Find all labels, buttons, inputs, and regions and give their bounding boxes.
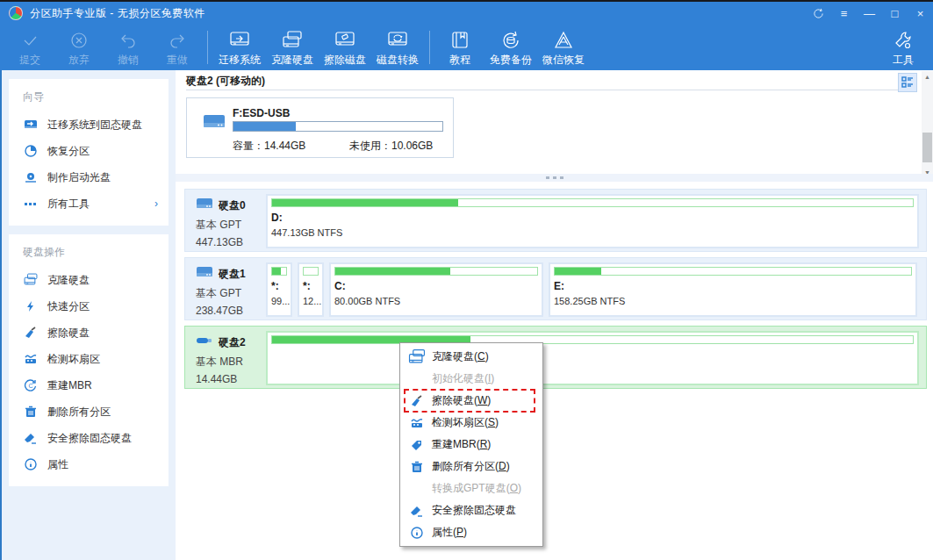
toolbar: 提交放弃撤销重做迁移系统克隆硬盘擦除磁盘磁盘转换教程免费备份微信恢复工具	[0, 25, 933, 70]
sidebar-item-label: 恢复分区	[47, 144, 90, 159]
recover-partition-icon	[23, 144, 39, 158]
toolbar-button-backup[interactable]: 免费备份	[484, 27, 537, 68]
usb-disk-card[interactable]: F:ESD-USB 容量：14.44GB 未使用：10.06GB	[186, 97, 454, 158]
sidebar-item-clone-disk[interactable]: 克隆硬盘	[9, 267, 169, 293]
main-area: 硬盘2 (可移动的) F:ESD-USB 容量：14.44GB 未使用：10.0…	[176, 70, 933, 560]
toolbar-button-label: 微信恢复	[542, 54, 585, 66]
sidebar-item-recover-partition[interactable]: 恢复分区	[9, 138, 169, 164]
partition-usage-bar	[554, 267, 912, 276]
rebuild-mbr-icon: C	[23, 378, 39, 392]
clone-disk-icon	[407, 350, 427, 364]
sidebar-item-rebuild-mbr[interactable]: C重建MBR	[9, 372, 169, 398]
context-menu-item-label: 安全擦除固态硬盘	[432, 503, 516, 518]
usb-stick-icon	[196, 334, 213, 351]
sidebar-section: 硬盘操作克隆硬盘快速分区擦除硬盘检测坏扇区C重建MBR删除所有分区安全擦除固态硬…	[9, 234, 169, 486]
toolbar-separator	[429, 31, 430, 64]
partition-usage-bar	[271, 198, 914, 207]
view-toggle-button[interactable]	[898, 73, 917, 92]
sidebar-item-secure-erase[interactable]: 安全擦除固态硬盘	[9, 425, 169, 451]
maximize-icon[interactable]: □	[882, 2, 908, 25]
toolbar-button-label: 克隆硬盘	[271, 54, 313, 66]
context-menu-item-label: 属性(P)	[432, 525, 467, 540]
sidebar-item-quick-partition[interactable]: 快速分区	[9, 293, 169, 319]
disk-size: 14.44GB	[196, 373, 266, 385]
sidebar-item-properties[interactable]: 属性	[9, 451, 169, 477]
sidebar-item-bad-sector[interactable]: 检测坏扇区	[9, 346, 169, 372]
sidebar-section: 向导迁移系统到固态硬盘恢复分区制作启动光盘所有工具›	[9, 79, 169, 226]
minimize-icon[interactable]: —	[857, 2, 882, 25]
toolbar-button-wechat-recovery[interactable]: 微信恢复	[537, 27, 590, 68]
sidebar-item-migrate-ssd[interactable]: 迁移系统到固态硬盘	[9, 111, 169, 138]
partition-label: C:	[334, 280, 538, 292]
context-menu-item-properties[interactable]: 属性(P)	[400, 521, 542, 543]
close-icon[interactable]: ×	[908, 2, 933, 25]
context-menu-item-secure-erase[interactable]: 安全擦除固态硬盘	[400, 499, 542, 521]
disk-type: 基本 MBR	[196, 355, 266, 370]
context-menu-item-item6: 转换成GPT硬盘(O)	[400, 477, 542, 499]
context-menu-item-bad-sector[interactable]: 检测坏扇区(S)	[400, 412, 542, 434]
partition-label: D:	[271, 212, 914, 224]
sidebar: 向导迁移系统到固态硬盘恢复分区制作启动光盘所有工具›硬盘操作克隆硬盘快速分区擦除…	[0, 70, 176, 560]
panel-splitter[interactable]	[176, 174, 933, 182]
scroll-up-icon[interactable]: ▲	[922, 71, 933, 82]
sidebar-item-label: 快速分区	[47, 299, 90, 314]
properties-icon	[407, 526, 427, 540]
disk-info: 硬盘2基本 MBR14.44GB	[185, 327, 266, 388]
context-menu-item-label: 重建MBR(R)	[432, 437, 491, 452]
partition-block[interactable]: C:80.00GB NTFS	[329, 262, 543, 317]
sidebar-item-wipe-brush[interactable]: 擦除硬盘	[9, 319, 169, 346]
sidebar-item-label: 擦除硬盘	[47, 326, 90, 341]
all-tools-icon	[23, 197, 39, 211]
titlebar: 分区助手专业版 - 无损分区免费软件 ≡—□×	[0, 2, 933, 25]
toolbar-button-label: 重做	[167, 54, 188, 66]
wechat-recovery-icon	[552, 29, 575, 52]
toolbar-button-tutorial[interactable]: 教程	[435, 27, 484, 68]
bad-sector-icon	[23, 352, 39, 366]
toolbar-button-convert-disk[interactable]: 磁盘转换	[371, 27, 424, 68]
toolbar-button-discard: 放弃	[54, 27, 104, 68]
context-menu-item-delete-partitions[interactable]: 删除所有分区(D)	[400, 456, 542, 477]
menu-icon[interactable]: ≡	[831, 2, 857, 25]
partition-block[interactable]	[266, 331, 919, 385]
chevron-right-icon: ›	[154, 197, 158, 210]
toolbar-button-undo: 撤销	[104, 27, 153, 68]
convert-disk-icon	[386, 29, 409, 52]
partition-label: *:	[271, 280, 287, 292]
partition-block[interactable]: D:447.13GB NTFS	[266, 194, 919, 248]
toolbar-button-migrate-system[interactable]: 迁移系统	[213, 27, 266, 68]
toolbar-button-wipe-disk[interactable]: 擦除磁盘	[319, 27, 371, 68]
disk-row-2[interactable]: 硬盘2基本 MBR14.44GB	[184, 326, 927, 389]
partition-block[interactable]: E:158.25GB NTFS	[549, 262, 917, 317]
sidebar-item-label: 迁移系统到固态硬盘	[47, 118, 142, 133]
quick-partition-icon	[23, 299, 39, 313]
sidebar-item-delete-partitions[interactable]: 删除所有分区	[9, 398, 169, 425]
sidebar-section-title: 向导	[9, 84, 169, 111]
context-menu-item-wipe-brush[interactable]: 擦除硬盘(W)	[400, 390, 542, 412]
disk-row-1[interactable]: 硬盘1基本 GPT238.47GB*:99...*:12...C:80.00GB…	[184, 257, 927, 320]
partition-strip: D:447.13GB NTFS	[266, 194, 921, 248]
toolbar-button-label: 教程	[449, 54, 470, 66]
toolbar-button-tools[interactable]: 工具	[879, 27, 928, 68]
sidebar-item-all-tools[interactable]: 所有工具›	[9, 190, 169, 217]
sidebar-item-bootable-disc[interactable]: 制作启动光盘	[9, 164, 169, 190]
partition-strip	[266, 331, 921, 385]
scrollbar-thumb[interactable]	[922, 133, 932, 162]
toolbar-button-clone-disk[interactable]: 克隆硬盘	[266, 27, 319, 68]
refresh-icon[interactable]	[806, 2, 831, 25]
overview-scrollbar[interactable]: ▲ ▼	[922, 71, 933, 177]
disk-row-0[interactable]: 硬盘0基本 GPT447.13GBD:447.13GB NTFS	[184, 189, 927, 252]
partition-block[interactable]: *:99...	[266, 262, 292, 317]
partition-block[interactable]: *:12...	[298, 262, 324, 317]
discard-icon	[69, 29, 89, 52]
undo-icon	[118, 29, 138, 52]
sidebar-item-label: 克隆硬盘	[47, 273, 90, 288]
context-menu-item-clone-disk[interactable]: 克隆硬盘(C)	[400, 346, 542, 368]
sidebar-section-title: 硬盘操作	[9, 240, 169, 267]
migrate-ssd-icon	[23, 118, 39, 132]
context-menu-item-label: 克隆硬盘(C)	[432, 349, 489, 364]
redo-icon	[168, 29, 187, 52]
partition-info: 99...	[271, 296, 287, 306]
context-menu-item-tag[interactable]: 重建MBR(R)	[400, 434, 542, 456]
disk-size: 238.47GB	[196, 305, 266, 317]
delete-partitions-icon	[407, 460, 427, 474]
